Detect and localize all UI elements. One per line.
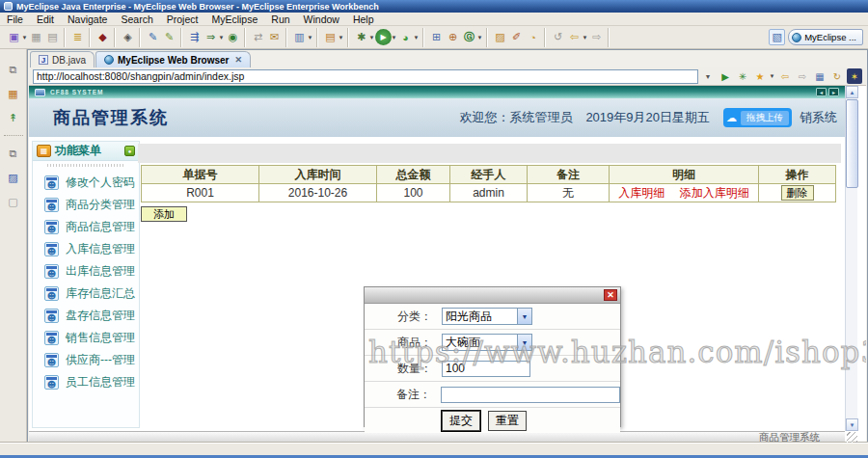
submit-button[interactable]: 提交 — [442, 411, 480, 431]
database-icon[interactable]: ▤ — [322, 29, 339, 45]
scroll-up-icon[interactable]: ▲ — [846, 86, 858, 98]
menu-edit[interactable]: Edit — [30, 13, 61, 26]
favorites-caret-icon[interactable]: ▼ — [769, 73, 775, 79]
edit-jsp-icon[interactable]: ✎ — [145, 29, 161, 45]
scroll-down-icon[interactable]: ▼ — [846, 418, 858, 431]
menu-window[interactable]: Window — [297, 13, 346, 26]
open-perspective-icon[interactable]: ▧ — [769, 29, 785, 45]
sidebar-item-stock-summary[interactable]: 库存信息汇总 — [33, 283, 139, 305]
resize-grip[interactable] — [847, 432, 857, 443]
go-button[interactable]: ▶ — [718, 68, 733, 84]
sidebar-collapse-button[interactable]: ● — [124, 146, 135, 156]
sync-icon[interactable]: ⇄ — [250, 29, 266, 45]
browse-report-icon[interactable]: ◔ — [525, 29, 541, 45]
drag-upload-badge[interactable]: ☁ 拖拽上传 — [723, 108, 792, 127]
last-edit-icon[interactable]: ↺ — [550, 29, 566, 45]
restore-view-icon[interactable]: ⧉ — [5, 61, 22, 78]
url-input[interactable] — [33, 69, 698, 84]
inbound-detail-link[interactable]: 入库明细 — [618, 186, 665, 200]
vertical-scrollbar[interactable]: ▲ ▼ — [845, 86, 857, 431]
back-icon[interactable]: ⇦ — [566, 29, 583, 45]
product-select[interactable]: 大碗面 ▼ — [442, 334, 532, 351]
user-icon — [44, 220, 59, 234]
menu-search[interactable]: Search — [114, 13, 159, 26]
edit-html-icon[interactable]: ✎ — [161, 29, 177, 45]
back-caret-icon[interactable]: ▼ — [582, 35, 588, 40]
sidebar-item-change-password[interactable]: 修改个人密码 — [33, 172, 139, 194]
remark-input[interactable] — [441, 387, 620, 403]
sidebar-item-sales-info[interactable]: 销售信息管理 — [33, 327, 139, 349]
delete-button[interactable]: 删除 — [781, 185, 814, 201]
sidebar-item-product-info[interactable]: 商品信息管理 — [33, 216, 139, 238]
close-tab-icon[interactable]: ✕ — [234, 55, 242, 65]
package-icon[interactable]: ◈ — [120, 29, 136, 45]
web-tools-icon[interactable]: ✶ — [847, 68, 862, 84]
menu-myeclipse[interactable]: MyEclipse — [204, 13, 264, 26]
date-text: 2019年9月20日星期五 — [585, 109, 710, 126]
refresh-star-icon[interactable]: ✳ — [735, 68, 750, 84]
sidebar-item-inventory-check[interactable]: 盘存信息管理 — [33, 305, 139, 327]
sidebar-item-inbound-info[interactable]: 入库信息管理 — [33, 238, 139, 260]
new-web-project-icon[interactable]: ⊞ — [428, 29, 445, 45]
servers-view-icon[interactable]: ▦ — [5, 85, 22, 102]
external-tools-icon[interactable]: ◕ — [397, 29, 414, 45]
tab-db-java[interactable]: J DB.java — [30, 51, 95, 67]
category-select[interactable]: 阳光商品 ▼ — [442, 308, 532, 325]
new-wizard-icon[interactable]: ▣ — [6, 29, 22, 45]
image-view-icon[interactable]: ▨ — [5, 169, 22, 186]
menu-bar: File Edit Navigate Search Project MyEcli… — [0, 13, 868, 26]
snapshot-icon[interactable]: ▦ — [812, 68, 827, 84]
derby-icon[interactable]: ▥ — [291, 29, 308, 45]
sidebar-item-category-mgmt[interactable]: 商品分类管理 — [33, 194, 139, 216]
open-folder-icon[interactable]: ▨ — [492, 29, 508, 45]
banner-right-icon[interactable]: ▸ — [828, 88, 839, 96]
menu-help[interactable]: Help — [346, 13, 381, 26]
new-wizard-caret-icon[interactable]: ▼ — [21, 35, 28, 40]
debug-icon[interactable]: ✱ — [353, 29, 369, 45]
server-icon[interactable]: ⇶ — [186, 29, 203, 45]
save-icon[interactable]: ▦ — [28, 29, 44, 45]
quantity-input[interactable] — [442, 361, 530, 377]
add-button[interactable]: 添加 — [141, 206, 187, 222]
sidebar-item-supplier-mgmt[interactable]: 供应商---管理 — [33, 349, 139, 371]
outline-view-icon[interactable]: ▢ — [5, 193, 22, 210]
reload-icon[interactable]: ↻ — [829, 68, 845, 84]
explorer-tree-icon[interactable]: ↟ — [5, 109, 22, 126]
print-icon[interactable]: ▤ — [44, 29, 61, 45]
scrollbar-thumb[interactable] — [846, 99, 858, 188]
menu-project[interactable]: Project — [160, 13, 205, 26]
new-ejb-project-icon[interactable]: ⊕ — [445, 29, 461, 45]
run-icon[interactable]: ▶ — [375, 29, 392, 45]
url-dropdown-icon[interactable]: ▼ — [700, 68, 716, 84]
derby-caret-icon[interactable]: ▼ — [307, 35, 313, 40]
run-caret-icon[interactable]: ▼ — [391, 35, 397, 40]
cheatsheet-icon[interactable]: ≣ — [69, 29, 86, 45]
banner-left-icon[interactable]: ◂ — [816, 88, 827, 96]
menu-navigate[interactable]: Navigate — [61, 13, 114, 26]
debug-caret-icon[interactable]: ▼ — [368, 35, 375, 40]
sidebar-item-employee-info[interactable]: 员工信息管理 — [33, 371, 139, 393]
tab-web-browser[interactable]: MyEclipse Web Browser ✕ — [95, 51, 251, 67]
run-server-caret-icon[interactable]: ▼ — [218, 35, 225, 40]
add-inbound-detail-link[interactable]: 添加入库明细 — [680, 186, 749, 200]
web-browser-icon[interactable]: ◉ — [225, 29, 241, 45]
menu-run[interactable]: Run — [264, 13, 296, 26]
browser-back-icon[interactable]: ⇦ — [777, 68, 793, 84]
external-tools-caret-icon[interactable]: ▼ — [413, 35, 420, 40]
reset-button[interactable]: 重置 — [488, 411, 527, 431]
annotate-icon[interactable]: ✐ — [508, 29, 525, 45]
menu-file[interactable]: File — [0, 13, 30, 26]
mail-icon[interactable]: ✉ — [266, 29, 283, 45]
sidebar-item-outbound-info[interactable]: 出库信息管理 — [33, 260, 139, 283]
close-dialog-icon[interactable]: ✕ — [604, 289, 617, 301]
grails-caret-icon[interactable]: ▼ — [476, 35, 483, 40]
browser-forward-icon[interactable]: ⇨ — [795, 68, 810, 84]
restore-view2-icon[interactable]: ⧉ — [5, 145, 22, 162]
database-caret-icon[interactable]: ▼ — [338, 35, 344, 40]
forward-icon[interactable]: ⇨ — [588, 29, 605, 45]
run-server-icon[interactable]: ⇒ — [203, 29, 219, 45]
perspective-switcher[interactable]: MyEclipse ... — [788, 29, 863, 45]
grails-icon[interactable]: Ⓖ — [461, 29, 477, 45]
favorites-icon[interactable]: ★ — [752, 68, 768, 84]
deploy-icon[interactable]: ◆ — [95, 29, 111, 45]
